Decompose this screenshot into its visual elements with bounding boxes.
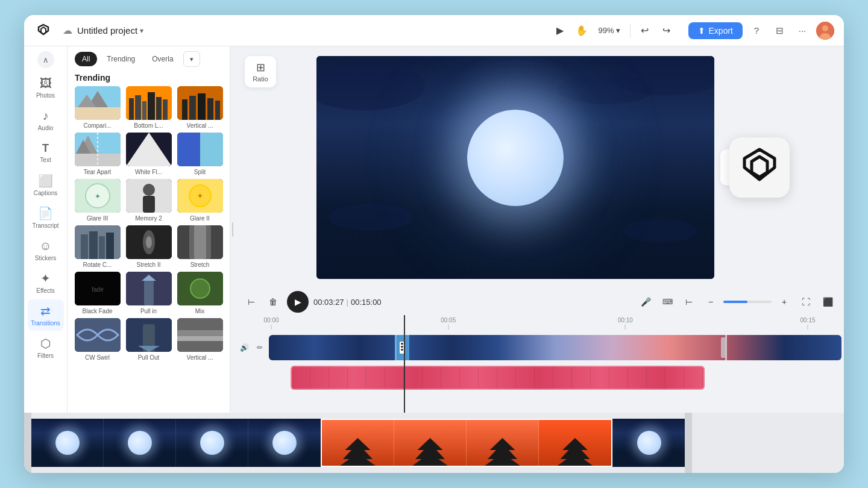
export-button[interactable]: ⬆ Export bbox=[688, 22, 743, 39]
list-item[interactable]: ✦ Glare II bbox=[176, 179, 224, 222]
zoom-display[interactable]: 99% ▾ bbox=[594, 23, 625, 37]
captions-icon: ⬜ bbox=[38, 174, 53, 188]
list-item[interactable]: fade Black Fade bbox=[74, 272, 121, 314]
svg-rect-41 bbox=[89, 231, 98, 259]
selected-filmstrip[interactable] bbox=[321, 419, 612, 467]
help-button[interactable]: ? bbox=[747, 22, 766, 40]
sidebar-item-stickers[interactable]: ☺ Stickers bbox=[28, 234, 64, 266]
film-frame[interactable] bbox=[31, 419, 104, 467]
pointer-tool-button[interactable]: ▶ bbox=[550, 21, 570, 40]
list-item[interactable]: Vertical ... bbox=[176, 318, 224, 361]
svg-rect-35 bbox=[143, 196, 155, 213]
filmstrip-scroll-left[interactable] bbox=[24, 413, 31, 473]
panel-tab-dropdown[interactable]: ▾ bbox=[183, 51, 200, 67]
sidebar-item-label: Text bbox=[40, 157, 51, 163]
sidebar-item-captions[interactable]: ⬜ Captions bbox=[28, 169, 64, 201]
sidebar-collapse-button[interactable]: ∧ bbox=[37, 51, 54, 68]
list-item[interactable]: Pull Out bbox=[125, 318, 172, 361]
caption-timeline-button[interactable]: ⬛ bbox=[819, 293, 837, 311]
timeline-right-controls: 🎤 ⌨ ⊢ − + ⛶ ⬛ bbox=[637, 293, 837, 311]
list-item[interactable]: Split bbox=[176, 133, 224, 175]
tab-trending[interactable]: Trending bbox=[99, 52, 142, 66]
timeline-zoom-slider[interactable] bbox=[723, 301, 772, 303]
photos-icon: 🖼 bbox=[40, 77, 52, 90]
sidebar-item-label: Transcript bbox=[32, 222, 58, 229]
ruler-mark: 00:05 bbox=[441, 317, 456, 330]
tab-overlays[interactable]: Overla bbox=[145, 52, 180, 66]
list-item[interactable]: Memory 2 bbox=[125, 179, 172, 222]
sidebar-item-text[interactable]: T Text bbox=[28, 137, 64, 168]
sidebar-item-audio[interactable]: ♪ Audio bbox=[28, 104, 64, 136]
sidebar-item-transitions[interactable]: ⇄ Transitions bbox=[28, 299, 64, 331]
sidebar-item-effects[interactable]: ✦ Effects bbox=[28, 267, 64, 298]
split-button[interactable]: ⊢ bbox=[680, 293, 698, 311]
fullscreen-button[interactable]: ⛶ bbox=[797, 293, 815, 311]
app-logo bbox=[34, 21, 53, 40]
project-chevron-icon[interactable]: ▾ bbox=[140, 27, 143, 35]
more-button[interactable]: ··· bbox=[793, 22, 811, 40]
play-button[interactable]: ▶ bbox=[287, 291, 309, 313]
sidebar-item-filters[interactable]: ⬡ Filters bbox=[28, 332, 64, 363]
filmstrip-scroll-right[interactable] bbox=[685, 413, 692, 473]
transition-thumb bbox=[177, 318, 223, 352]
topbar: ☁ Untitled project ▾ ▶ ✋ 99% ▾ ↩ ↪ ⬆ Exp… bbox=[24, 15, 844, 46]
film-frame[interactable] bbox=[176, 419, 248, 467]
mic-button[interactable]: 🎤 bbox=[637, 293, 655, 311]
svg-rect-49 bbox=[194, 225, 206, 259]
list-item[interactable]: Bottom L... bbox=[125, 86, 172, 129]
list-item[interactable]: Stretch II bbox=[125, 225, 172, 268]
list-item[interactable]: Stretch bbox=[176, 225, 224, 268]
film-frame[interactable] bbox=[104, 419, 176, 467]
zoom-chevron-icon: ▾ bbox=[616, 26, 620, 35]
text-icon: T bbox=[42, 142, 49, 155]
list-item[interactable]: Rotate C... bbox=[74, 225, 121, 268]
redo-button[interactable]: ↪ bbox=[657, 21, 676, 40]
list-item[interactable]: Compari... bbox=[74, 86, 121, 129]
export-icon: ⬆ bbox=[698, 26, 705, 36]
transition-thumb bbox=[126, 272, 172, 305]
film-frame[interactable] bbox=[612, 419, 685, 467]
list-item[interactable]: Mix bbox=[176, 272, 224, 314]
film-frame bbox=[394, 420, 467, 467]
list-item[interactable]: CW Swirl bbox=[74, 318, 121, 361]
sub-track[interactable] bbox=[291, 366, 705, 390]
sidebar-item-photos[interactable]: 🖼 Photos bbox=[28, 72, 64, 103]
undo-button[interactable]: ↩ bbox=[635, 21, 655, 40]
sidebar-item-transcript[interactable]: 📄 Transcript bbox=[28, 202, 64, 233]
ruler-mark: 00:15 bbox=[800, 317, 815, 330]
capcut-logo-overlay bbox=[729, 137, 790, 198]
resize-handle[interactable] bbox=[230, 46, 235, 413]
list-item[interactable]: White Fl... bbox=[125, 133, 172, 175]
transition-label: Split bbox=[194, 169, 206, 175]
sidebar-item-label: Captions bbox=[34, 190, 57, 196]
svg-rect-29 bbox=[200, 133, 223, 166]
edit-track-button[interactable]: ✏ bbox=[253, 341, 266, 354]
panel-grid: Compari... Bottom L bbox=[68, 86, 230, 361]
list-item[interactable]: Pull in bbox=[125, 272, 172, 314]
transition-thumb bbox=[177, 272, 223, 305]
ratio-button[interactable]: ⊞ Ratio bbox=[245, 56, 276, 87]
main-track[interactable] bbox=[269, 335, 841, 360]
zoom-out-button[interactable]: − bbox=[702, 293, 720, 311]
delete-button[interactable]: 🗑 bbox=[264, 293, 282, 311]
svg-rect-43 bbox=[106, 233, 114, 259]
filmstrip-inner bbox=[31, 419, 685, 467]
film-frame[interactable] bbox=[248, 419, 321, 467]
split-track-button[interactable]: ⊢ bbox=[242, 293, 260, 311]
transitions-icon: ⇄ bbox=[40, 304, 51, 318]
zoom-slider-fill bbox=[723, 301, 747, 303]
list-item[interactable]: ✦ Glare III bbox=[74, 179, 121, 222]
hand-tool-button[interactable]: ✋ bbox=[572, 21, 591, 40]
transition-label: Pull in bbox=[140, 308, 157, 314]
cloud-icon: ☁ bbox=[63, 25, 72, 36]
list-item[interactable]: Vertical ... bbox=[176, 86, 224, 129]
project-name[interactable]: Untitled project bbox=[77, 25, 137, 36]
share-button[interactable]: ⊟ bbox=[770, 22, 788, 40]
avatar[interactable] bbox=[816, 22, 834, 40]
zoom-in-button[interactable]: + bbox=[775, 293, 793, 311]
tab-all[interactable]: All bbox=[75, 52, 97, 66]
playhead[interactable] bbox=[404, 315, 405, 413]
volume-button[interactable]: 🔊 bbox=[237, 341, 251, 354]
keyboard-button[interactable]: ⌨ bbox=[658, 293, 676, 311]
list-item[interactable]: Tear Apart bbox=[74, 133, 121, 175]
